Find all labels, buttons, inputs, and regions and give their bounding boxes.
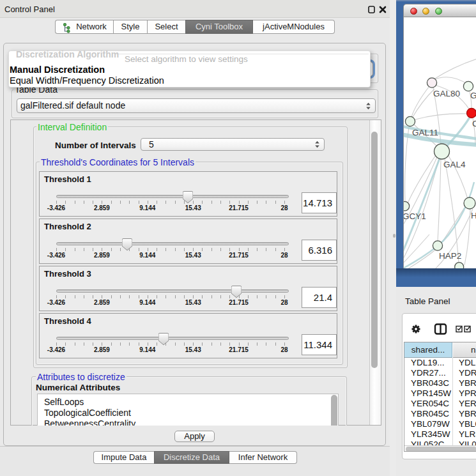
svg-text:H: H bbox=[471, 211, 476, 220]
svg-text:GAL4: GAL4 bbox=[443, 160, 466, 169]
svg-text:GAL11: GAL11 bbox=[412, 128, 438, 137]
svg-text:GCY1: GCY1 bbox=[404, 211, 426, 221]
svg-text:GA: GA bbox=[470, 91, 476, 100]
svg-text:GAL80: GAL80 bbox=[433, 89, 460, 98]
svg-text:C: C bbox=[472, 119, 476, 128]
svg-text:HAP2: HAP2 bbox=[439, 251, 461, 261]
